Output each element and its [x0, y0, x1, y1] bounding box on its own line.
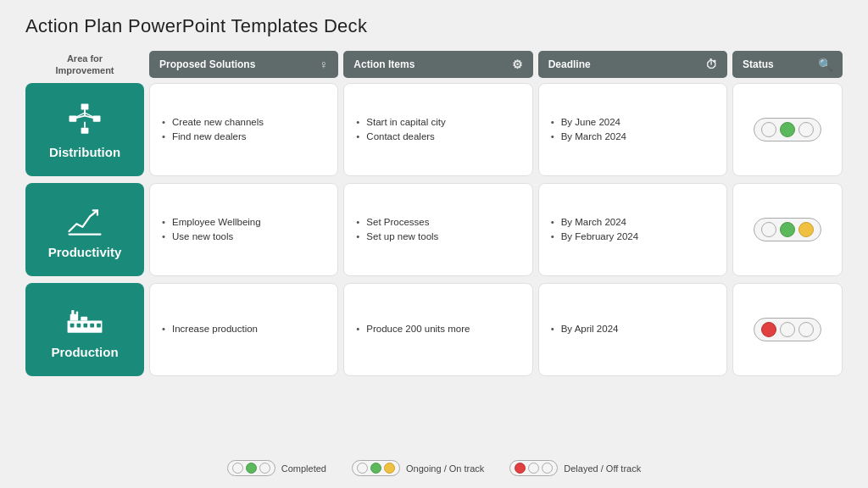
productivity-traffic-lights	[754, 218, 821, 241]
legend-completed-lights	[227, 460, 275, 476]
action-items-label: Action Items	[353, 58, 415, 70]
action-plan-table: Area forImprovement Proposed Solutions ♀…	[25, 51, 843, 455]
productivity-icon	[66, 201, 103, 238]
svg-rect-17	[90, 323, 94, 327]
deadline-header: Deadline ⏱	[538, 51, 727, 78]
proposed-solutions-label: Proposed Solutions	[159, 58, 255, 70]
productivity-status-cell	[732, 183, 843, 276]
proposed-solutions-header: Proposed Solutions ♀	[149, 51, 338, 78]
distribution-proposed-cell: Create new channels Find new dealers	[149, 83, 338, 176]
list-item: Find new dealers	[162, 130, 326, 144]
distribution-deadline-list: By June 2024 By March 2024	[551, 115, 715, 145]
svg-rect-13	[76, 311, 78, 315]
distribution-area-cell: Distribution	[25, 83, 144, 176]
legend-delayed: Delayed / Off track	[509, 460, 641, 476]
svg-rect-14	[70, 323, 75, 327]
production-deadline-cell: By April 2024	[538, 283, 727, 376]
productivity-deadline-cell: By March 2024 By February 2024	[538, 183, 727, 276]
svg-rect-3	[81, 127, 89, 133]
distribution-traffic-lights	[754, 118, 821, 141]
deadline-label: Deadline	[548, 58, 591, 70]
distribution-icon	[66, 101, 103, 138]
production-proposed-cell: Increase production	[149, 283, 338, 376]
list-item: By April 2024	[551, 322, 715, 336]
distribution-label: Distribution	[49, 145, 120, 159]
light-1	[761, 222, 776, 237]
legend-light	[542, 463, 553, 474]
light-3	[798, 122, 814, 137]
legend-light	[357, 463, 368, 474]
list-item: Contact dealers	[356, 130, 520, 144]
legend-ongoing: Ongoing / On track	[352, 460, 484, 476]
legend-delayed-lights	[509, 460, 558, 476]
light-3	[798, 322, 814, 337]
list-item: Start in capital city	[356, 115, 520, 130]
productivity-proposed-list: Employee Wellbeing Use new tools	[162, 215, 326, 245]
list-item: Create new channels	[162, 115, 326, 130]
list-item: By March 2024	[551, 215, 715, 230]
list-item: Employee Wellbeing	[162, 215, 326, 230]
distribution-deadline-cell: By June 2024 By March 2024	[538, 83, 727, 176]
production-label: Production	[51, 345, 118, 359]
production-proposed-list: Increase production	[162, 322, 326, 336]
page-title: Action Plan PowerPoint Templates Deck	[25, 15, 843, 37]
legend-light	[232, 463, 243, 474]
svg-rect-0	[81, 103, 89, 109]
production-row: Production Increase production Produce 2…	[25, 283, 843, 376]
legend-light	[246, 463, 257, 474]
table-header: Area forImprovement Proposed Solutions ♀…	[25, 51, 843, 78]
legend-light	[515, 463, 526, 474]
light-2	[780, 322, 795, 337]
status-header: Status 🔍	[732, 51, 843, 78]
list-item: Produce 200 units more	[356, 322, 520, 336]
production-deadline-list: By April 2024	[551, 322, 715, 336]
production-status-cell	[732, 283, 843, 376]
distribution-action-list: Start in capital city Contact dealers	[356, 115, 520, 145]
distribution-status-cell	[732, 83, 843, 176]
status-icon: 🔍	[818, 58, 832, 71]
list-item: By June 2024	[551, 115, 715, 130]
legend: Completed Ongoing / On track Delayed / O…	[25, 460, 843, 476]
legend-light	[528, 463, 539, 474]
productivity-action-list: Set Processes Set up new tools	[356, 215, 520, 245]
list-item: Set Processes	[356, 215, 520, 230]
light-2	[780, 222, 795, 237]
svg-rect-16	[83, 323, 87, 327]
legend-light	[370, 463, 381, 474]
list-item: By February 2024	[551, 230, 715, 244]
light-1	[761, 322, 776, 337]
deadline-icon: ⏱	[705, 58, 717, 71]
production-area-cell: Production	[25, 283, 144, 376]
status-label: Status	[743, 58, 774, 70]
svg-rect-12	[71, 310, 74, 315]
light-2	[780, 122, 795, 137]
area-header-label: Area forImprovement	[25, 53, 144, 77]
distribution-proposed-list: Create new channels Find new dealers	[162, 115, 326, 145]
production-action-cell: Produce 200 units more	[343, 283, 532, 376]
production-traffic-lights	[754, 318, 821, 341]
list-item: By March 2024	[551, 130, 715, 144]
productivity-action-cell: Set Processes Set up new tools	[343, 183, 532, 276]
list-item: Use new tools	[162, 230, 326, 244]
action-items-header: Action Items ⚙	[343, 51, 532, 78]
productivity-deadline-list: By March 2024 By February 2024	[551, 215, 715, 245]
distribution-row: Distribution Create new channels Find ne…	[25, 83, 843, 176]
distribution-action-cell: Start in capital city Contact dealers	[343, 83, 532, 176]
action-items-icon: ⚙	[512, 58, 523, 71]
legend-ongoing-lights	[352, 460, 400, 476]
list-item: Increase production	[162, 322, 326, 336]
light-3	[798, 222, 814, 237]
productivity-proposed-cell: Employee Wellbeing Use new tools	[149, 183, 338, 276]
legend-light	[384, 463, 395, 474]
light-1	[761, 122, 776, 137]
legend-light	[259, 463, 270, 474]
proposed-solutions-icon: ♀	[320, 58, 329, 71]
svg-rect-11	[81, 316, 87, 320]
productivity-label: Productivity	[48, 245, 122, 259]
production-icon	[66, 301, 103, 338]
legend-ongoing-label: Ongoing / On track	[406, 463, 484, 474]
legend-delayed-label: Delayed / Off track	[564, 463, 641, 474]
list-item: Set up new tools	[356, 230, 520, 244]
production-action-list: Produce 200 units more	[356, 322, 520, 336]
productivity-row: Productivity Employee Wellbeing Use new …	[25, 183, 843, 276]
